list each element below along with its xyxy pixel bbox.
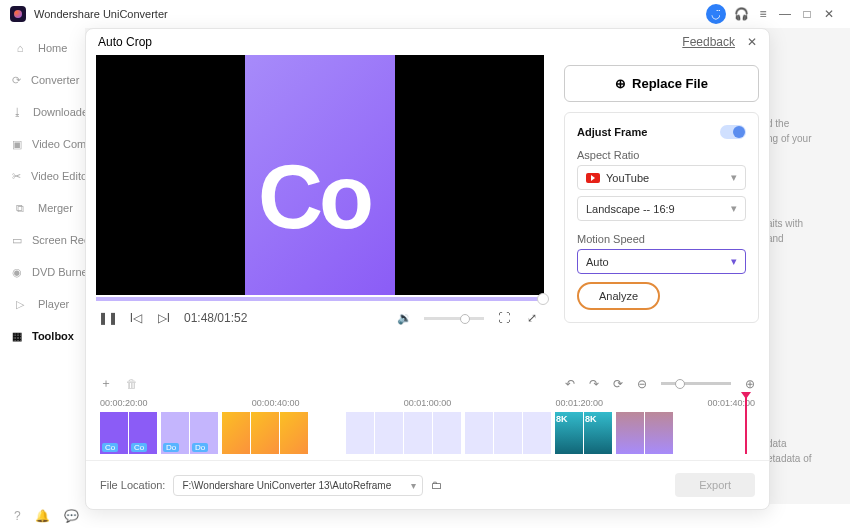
clip-thumb[interactable]: Co [100,412,128,454]
file-path-value: F:\Wondershare UniConverter 13\AutoRefra… [182,480,391,491]
time-mark: 00:01:20:00 [556,398,604,408]
snapshot-button[interactable]: ⛶ [496,311,512,325]
sidebar-item-toolbox[interactable]: ▦Toolbox [0,320,85,352]
clip-thumb[interactable] [251,412,279,454]
browse-folder-button[interactable]: 🗀 [431,479,442,491]
platform-select[interactable]: YouTube ▾ [577,165,746,190]
hamburger-icon[interactable]: ≡ [752,3,774,25]
sidebar-item-label: DVD Burner [32,266,91,278]
video-preview[interactable]: Co [96,55,544,295]
clip-thumb[interactable] [404,412,432,454]
clip-thumb[interactable]: Do [161,412,189,454]
pause-button[interactable]: ❚❚ [100,311,116,325]
refresh-button[interactable]: ⟳ [613,377,623,391]
sidebar-item-recorder[interactable]: ▭Screen Recorder [0,224,85,256]
modal-footer: File Location: F:\Wondershare UniConvert… [86,460,769,509]
platform-value: YouTube [606,172,649,184]
youtube-icon [586,173,600,183]
time-mark: 00:00:20:00 [100,398,148,408]
auto-crop-modal: Auto Crop Feedback ✕ Co ❚❚ I◁ ▷I 01:48/0… [85,28,770,510]
clip-thumb[interactable]: Co [129,412,157,454]
toolbox-icon: ▦ [12,328,22,344]
sidebar-item-label: Merger [38,202,73,214]
close-button[interactable]: ✕ [818,3,840,25]
replace-file-label: Replace File [632,76,708,91]
analyze-button[interactable]: Analyze [577,282,660,310]
help-icon[interactable]: ? [14,509,21,523]
sidebar-item-merger[interactable]: ⧉Merger [0,192,85,224]
headset-icon[interactable]: 🎧 [730,3,752,25]
feedback-link[interactable]: Feedback [682,35,735,49]
adjust-frame-toggle[interactable] [720,125,746,139]
timeline[interactable]: 00:00:20:00 00:00:40:00 00:01:00:00 00:0… [86,392,769,460]
titlebar: Wondershare UniConverter ◡̈ 🎧 ≡ — □ ✕ [0,0,850,28]
sidebar-item-downloader[interactable]: ⭳Downloader [0,96,85,128]
merge-icon: ⧉ [12,200,28,216]
clip-thumb[interactable] [280,412,308,454]
app-logo-icon [10,6,26,22]
ratio-value: Landscape -- 16:9 [586,203,675,215]
minimize-button[interactable]: — [774,3,796,25]
undo-button[interactable]: ↶ [565,377,575,391]
disc-icon: ◉ [12,264,22,280]
clip-thumb[interactable] [375,412,403,454]
sidebar-item-label: Toolbox [32,330,74,342]
sidebar-item-converter[interactable]: ⟳Converter [0,64,85,96]
modal-close-button[interactable]: ✕ [747,35,757,49]
replace-file-button[interactable]: ⊕ Replace File [564,65,759,102]
clip-thumb[interactable]: 8K [555,412,583,454]
add-clip-button[interactable]: ＋ [100,375,112,392]
clip-thumb[interactable]: Do [190,412,218,454]
crop-frame[interactable]: Co [245,55,395,295]
sidebar-item-editor[interactable]: ✂Video Editor [0,160,85,192]
clip-thumb[interactable] [222,412,250,454]
zoom-out-button[interactable]: ⊖ [637,377,647,391]
prev-frame-button[interactable]: I◁ [128,311,144,325]
ratio-select[interactable]: Landscape -- 16:9 ▾ [577,196,746,221]
file-location-label: File Location: [100,479,165,491]
modal-title: Auto Crop [98,35,152,49]
delete-clip-button[interactable]: 🗑 [126,377,138,391]
clip-thumb[interactable] [523,412,551,454]
sidebar-item-dvd[interactable]: ◉DVD Burner [0,256,85,288]
plus-icon: ⊕ [615,76,626,91]
timeline-ruler: 00:00:20:00 00:00:40:00 00:01:00:00 00:0… [100,398,755,408]
sidebar-item-home[interactable]: ⌂Home [0,32,85,64]
clip-thumb[interactable] [433,412,461,454]
clip-thumb[interactable] [645,412,673,454]
user-avatar-icon[interactable]: ◡̈ [706,4,726,24]
clip-thumb[interactable] [465,412,493,454]
playback-controls: ❚❚ I◁ ▷I 01:48/01:52 🔉 ⛶ ⤢ [96,301,544,335]
settings-panel: ⊕ Replace File Adjust Frame Aspect Ratio… [554,55,769,371]
clip-thumb[interactable] [346,412,374,454]
motion-speed-label: Motion Speed [577,233,746,245]
volume-icon[interactable]: 🔉 [396,311,412,325]
compress-icon: ▣ [12,136,22,152]
zoom-slider[interactable] [661,382,731,385]
maximize-button[interactable]: □ [796,3,818,25]
time-mark: 00:00:40:00 [252,398,300,408]
motion-speed-select[interactable]: Auto ▾ [577,249,746,274]
sidebar-item-compressor[interactable]: ▣Video Compressor [0,128,85,160]
clip-thumb[interactable] [494,412,522,454]
scissors-icon: ✂ [12,168,21,184]
redo-button[interactable]: ↷ [589,377,599,391]
zoom-in-button[interactable]: ⊕ [745,377,755,391]
file-path-select[interactable]: F:\Wondershare UniConverter 13\AutoRefra… [173,475,422,496]
panel-heading: Adjust Frame [577,126,647,138]
sidebar-item-player[interactable]: ▷Player [0,288,85,320]
chevron-down-icon: ▾ [731,171,737,184]
scrubber[interactable] [96,297,544,301]
timeline-clips[interactable]: CoCo DoDo 8K8K [100,412,755,454]
sidebar-item-label: Home [38,42,67,54]
clip-thumb[interactable]: 8K [584,412,612,454]
bell-icon[interactable]: 🔔 [35,509,50,523]
playback-time: 01:48/01:52 [184,311,247,325]
clip-thumb[interactable] [616,412,644,454]
playhead[interactable] [745,392,747,454]
export-button[interactable]: Export [675,473,755,497]
fullscreen-button[interactable]: ⤢ [524,311,540,325]
next-frame-button[interactable]: ▷I [156,311,172,325]
volume-slider[interactable] [424,317,484,320]
message-icon[interactable]: 💬 [64,509,79,523]
